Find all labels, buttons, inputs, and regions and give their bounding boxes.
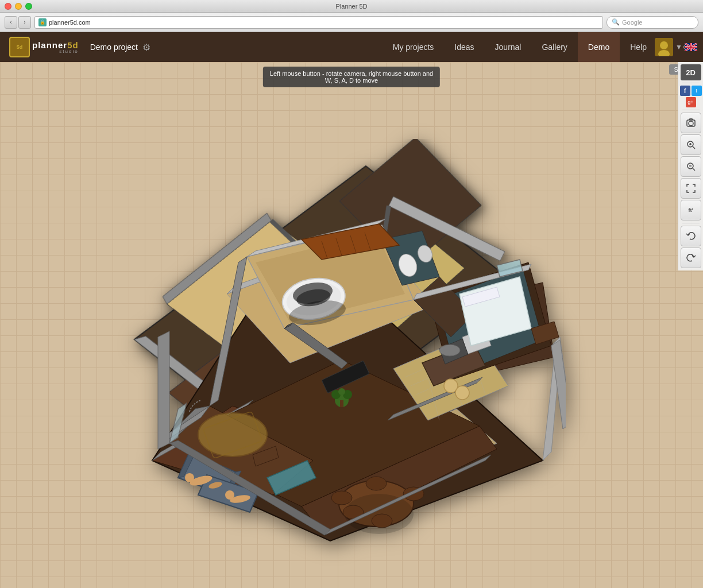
nav-my-projects[interactable]: My projects bbox=[383, 32, 445, 62]
svg-point-110 bbox=[689, 121, 693, 126]
undo-button[interactable] bbox=[681, 226, 701, 246]
project-name: Demo project bbox=[90, 42, 138, 52]
logo-icon: 5d bbox=[9, 37, 30, 57]
back-button[interactable]: ‹ bbox=[5, 16, 17, 29]
floor-plan-svg bbox=[95, 139, 566, 552]
units-button[interactable]: ft' bbox=[681, 200, 701, 220]
zoom-out-button[interactable] bbox=[681, 156, 701, 177]
logo-subtitle: studio bbox=[32, 49, 79, 54]
secure-icon: 🔒 bbox=[38, 18, 47, 26]
window-chrome: Planner 5D bbox=[0, 0, 703, 13]
language-flag[interactable] bbox=[685, 43, 697, 51]
toolbar-divider-3 bbox=[682, 223, 700, 223]
svg-point-1 bbox=[660, 41, 668, 49]
svg-line-117 bbox=[693, 168, 695, 171]
window-title: Planner 5D bbox=[335, 3, 367, 10]
svg-point-81 bbox=[366, 477, 387, 490]
svg-line-113 bbox=[693, 146, 695, 149]
window-buttons bbox=[5, 3, 32, 10]
logo-text: planner5d bbox=[32, 41, 79, 49]
toolbar-divider-2 bbox=[682, 110, 700, 110]
nav-buttons: ‹ › bbox=[5, 16, 31, 29]
right-toolbar: 2D f t g+ bbox=[678, 62, 703, 270]
social-buttons-2: g+ bbox=[686, 97, 696, 107]
header-nav: My projects Ideas Journal Gallery Demo H… bbox=[383, 32, 657, 62]
gear-icon[interactable]: ⚙ bbox=[142, 42, 150, 53]
forward-button[interactable]: › bbox=[18, 16, 31, 29]
svg-rect-11 bbox=[685, 47, 697, 48]
search-icon: 🔍 bbox=[612, 18, 620, 26]
floor-plan-3d[interactable] bbox=[95, 139, 566, 552]
facebook-button[interactable]: f bbox=[680, 86, 690, 96]
nav-gallery[interactable]: Gallery bbox=[531, 32, 577, 62]
app-header: 5d planner5d studio Demo project ⚙ My pr… bbox=[0, 32, 703, 62]
fit-screen-button[interactable] bbox=[681, 178, 701, 199]
social-buttons: f t bbox=[680, 86, 702, 96]
twitter-button[interactable]: t bbox=[692, 86, 702, 96]
toolbar-divider-1 bbox=[682, 83, 700, 83]
googleplus-button[interactable]: g+ bbox=[686, 97, 696, 107]
main-content: Support Left mouse button - rotate camer… bbox=[0, 62, 703, 588]
minimize-button[interactable] bbox=[15, 3, 22, 10]
address-bar[interactable]: 🔒 planner5d.com bbox=[34, 16, 603, 29]
avatar-area: ▼ bbox=[655, 38, 697, 56]
svg-point-80 bbox=[331, 491, 352, 505]
logo[interactable]: 5d planner5d studio bbox=[9, 37, 79, 57]
nav-help[interactable]: Help bbox=[620, 32, 657, 62]
screenshot-button[interactable] bbox=[681, 113, 701, 133]
zoom-in-button[interactable] bbox=[681, 134, 701, 155]
svg-point-90 bbox=[338, 388, 345, 395]
svg-point-85 bbox=[198, 413, 267, 457]
nav-journal[interactable]: Journal bbox=[485, 32, 532, 62]
close-button[interactable] bbox=[5, 3, 11, 10]
svg-marker-108 bbox=[158, 331, 169, 449]
svg-rect-91 bbox=[340, 400, 343, 407]
maximize-button[interactable] bbox=[25, 3, 32, 10]
address-text: planner5d.com bbox=[49, 19, 91, 26]
nav-ideas[interactable]: Ideas bbox=[444, 32, 484, 62]
user-avatar[interactable] bbox=[655, 38, 673, 56]
search-bar[interactable]: 🔍 Google bbox=[607, 16, 698, 29]
svg-point-95 bbox=[439, 345, 460, 356]
svg-point-97 bbox=[455, 386, 469, 400]
nav-demo[interactable]: Demo bbox=[578, 32, 620, 62]
svg-point-83 bbox=[372, 514, 392, 528]
search-placeholder: Google bbox=[622, 19, 642, 26]
view-2d-button[interactable]: 2D bbox=[681, 64, 701, 80]
browser-chrome: ‹ › 🔒 planner5d.com 🔍 Google bbox=[0, 13, 703, 32]
redo-button[interactable] bbox=[681, 247, 701, 268]
avatar-dropdown[interactable]: ▼ bbox=[675, 43, 682, 51]
